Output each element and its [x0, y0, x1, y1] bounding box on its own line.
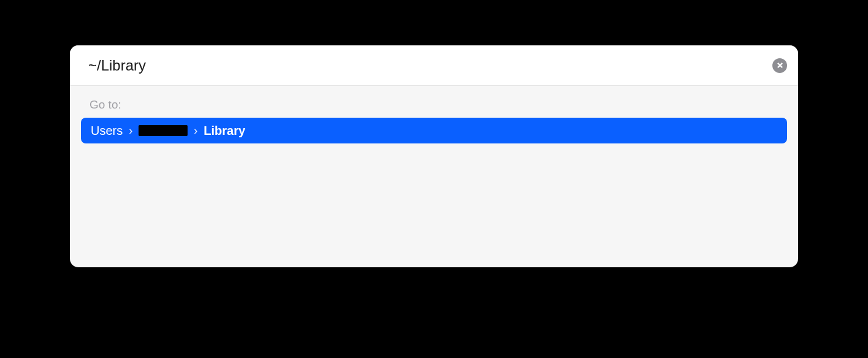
breadcrumb-segment-username [139, 125, 188, 136]
results-area: Go to: Users › › Library [70, 86, 798, 267]
chevron-right-icon: › [129, 124, 132, 137]
path-input[interactable] [88, 57, 772, 74]
path-input-row [70, 45, 798, 86]
redacted-username [139, 125, 188, 136]
close-icon [777, 62, 783, 69]
breadcrumb-segment-library: Library [204, 124, 245, 138]
goto-label: Go to: [81, 98, 787, 112]
go-to-folder-dialog: Go to: Users › › Library [70, 45, 798, 267]
breadcrumb-segment-users: Users [91, 124, 123, 138]
chevron-right-icon: › [194, 124, 197, 137]
clear-button[interactable] [772, 58, 787, 73]
path-result-row[interactable]: Users › › Library [81, 118, 787, 143]
